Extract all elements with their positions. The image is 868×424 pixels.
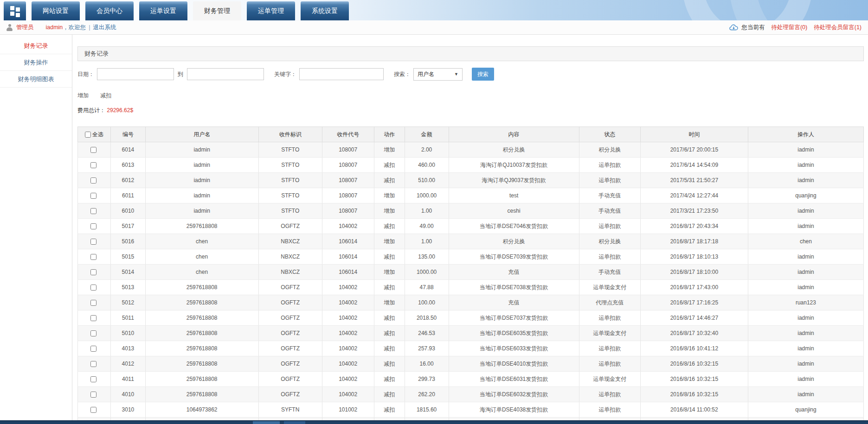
cell-operator: iadmin — [748, 203, 863, 219]
column-header-10: 操作人 — [748, 127, 863, 142]
logout-link[interactable]: 退出系统 — [93, 24, 116, 32]
cell-time: 2016/8/17 17:16:25 — [640, 295, 748, 310]
row-checkbox[interactable] — [90, 285, 96, 291]
search-type-label: 搜索： — [394, 70, 411, 78]
cell-time: 2017/3/21 17:23:50 — [640, 203, 748, 219]
cell-amount: 135.00 — [405, 249, 449, 265]
cell-mark: NBXCZ — [258, 234, 322, 249]
cell-content: 当地订单DSE4010发货扣款 — [449, 356, 579, 372]
cell-mark: OGFTZ — [258, 219, 322, 234]
cell-status: 运单扣款 — [579, 249, 640, 265]
cell-action: 减扣 — [374, 280, 405, 295]
keyword-input[interactable] — [299, 68, 384, 80]
cell-status: 手动充值 — [579, 188, 640, 203]
table-row: 50112597618808OGFTZ104002减扣2018.50当地订单DS… — [78, 310, 864, 326]
table-row: 5014chenNBXCZ106014增加1000.00充值手动充值2016/8… — [78, 265, 864, 280]
select-all-checkbox[interactable] — [85, 132, 91, 138]
date-from-input[interactable] — [97, 68, 174, 80]
cell-select — [78, 356, 111, 372]
nav-tab-1[interactable]: 网站设置 — [32, 1, 80, 20]
row-checkbox[interactable] — [90, 407, 96, 413]
nav-tab-3[interactable]: 运单设置 — [139, 1, 187, 20]
row-checkbox[interactable] — [90, 269, 96, 275]
cell-mark: OGFTZ — [258, 280, 322, 295]
chevron-down-icon: ▼ — [454, 72, 458, 76]
cell-time: 2017/4/24 12:27:44 — [640, 188, 748, 203]
table-row: 6014iadminSTFTO108007增加2.00积分兑换积分兑换2017/… — [78, 142, 864, 158]
cell-mark: OGFTZ — [258, 295, 322, 310]
cell-status: 运单扣款 — [579, 310, 640, 326]
cell-action: 增加 — [374, 142, 405, 158]
search-button[interactable]: 搜索 — [472, 68, 494, 81]
cell-operator: iadmin — [748, 326, 863, 341]
row-checkbox[interactable] — [90, 361, 96, 367]
select-all-header: 全选 — [78, 127, 111, 142]
table-row: 40112597618808OGFTZ104002减扣299.73当地订单DSE… — [78, 372, 864, 387]
search-type-select[interactable]: 用户名 ▼ — [413, 68, 463, 81]
cell-amount: 16.00 — [405, 356, 449, 372]
nav-tab-4[interactable]: 财务管理 — [193, 1, 241, 20]
deduct-link[interactable]: 减扣 — [100, 92, 111, 99]
sidebar-item-1[interactable]: 财务记录 — [0, 38, 72, 54]
nav-tab-5[interactable]: 运单管理 — [247, 1, 295, 20]
row-checkbox[interactable] — [90, 254, 96, 260]
sidebar-item-2[interactable]: 财务操作 — [0, 54, 72, 71]
row-checkbox[interactable] — [90, 330, 96, 336]
grid-icon — [10, 6, 20, 16]
row-checkbox[interactable] — [90, 376, 96, 382]
nav-tab-2[interactable]: 会员中心 — [85, 1, 134, 20]
row-checkbox[interactable] — [90, 177, 96, 184]
row-checkbox[interactable] — [90, 315, 96, 321]
cell-content: 积分兑换 — [449, 142, 579, 158]
cell-code: 104002 — [322, 356, 374, 372]
row-checkbox[interactable] — [90, 392, 96, 398]
cell-username: 2597618808 — [145, 310, 258, 326]
column-header-6: 金额 — [405, 127, 449, 142]
cell-status: 运单现金支付 — [579, 372, 640, 387]
cell-amount: 1000.00 — [405, 265, 449, 280]
cell-operator: iadmin — [748, 341, 863, 356]
home-grid-button[interactable] — [4, 1, 26, 20]
nav-tab-6[interactable]: 系统设置 — [301, 1, 349, 20]
cell-time: 2016/8/14 11:00:52 — [640, 402, 748, 418]
cell-code: 104002 — [322, 372, 374, 387]
row-checkbox[interactable] — [90, 147, 96, 153]
date-to-input[interactable] — [187, 68, 264, 80]
user-role: 管理员 — [16, 24, 34, 32]
table-row: 5016chenNBXCZ106014增加1.00积分兑换积分兑换2016/8/… — [78, 234, 864, 249]
cell-id: 5012 — [111, 295, 146, 310]
cell-username: chen — [145, 265, 258, 280]
row-checkbox[interactable] — [90, 346, 96, 352]
user-bar: 管理员 iadmin ，欢迎您 | 退出系统 您当前有 待处理留言(0) 待处理… — [0, 20, 868, 35]
pending-member-messages-link[interactable]: 待处理会员留言(1) — [814, 24, 862, 32]
row-checkbox[interactable] — [90, 239, 96, 245]
cell-select — [78, 402, 111, 418]
row-checkbox[interactable] — [90, 300, 96, 306]
column-header-1: 编号 — [111, 127, 146, 142]
cell-time: 2016/8/17 18:10:00 — [640, 265, 748, 280]
add-link[interactable]: 增加 — [77, 92, 89, 99]
row-checkbox[interactable] — [90, 223, 96, 229]
cell-mark: STFTO — [258, 203, 322, 219]
cell-amount: 510.00 — [405, 173, 449, 188]
column-header-7: 内容 — [449, 127, 579, 142]
row-checkbox[interactable] — [90, 208, 96, 214]
cell-action: 增加 — [374, 295, 405, 310]
cell-username: 2597618808 — [145, 372, 258, 387]
cell-operator: iadmin — [748, 387, 863, 402]
cell-amount: 2.00 — [405, 142, 449, 158]
cell-content: 当地订单DSE7037发货扣款 — [449, 310, 579, 326]
sidebar-item-3[interactable]: 财务明细图表 — [0, 71, 72, 88]
cell-id: 4011 — [111, 372, 146, 387]
sidebar: 财务记录财务操作财务明细图表 — [0, 35, 72, 420]
cell-content: 当地订单DSE6035发货扣款 — [449, 326, 579, 341]
cell-amount: 100.00 — [405, 295, 449, 310]
row-checkbox[interactable] — [90, 162, 96, 168]
pending-messages-link[interactable]: 待处理留言(0) — [771, 24, 807, 32]
cell-time: 2016/8/17 18:17:18 — [640, 234, 748, 249]
cell-mark: OGFTZ — [258, 326, 322, 341]
table-header: 全选编号用户名收件标识收件代号动作金额内容状态时间操作人 — [78, 127, 864, 142]
cell-id: 4010 — [111, 387, 146, 402]
cell-code: 104002 — [322, 310, 374, 326]
row-checkbox[interactable] — [90, 193, 96, 199]
